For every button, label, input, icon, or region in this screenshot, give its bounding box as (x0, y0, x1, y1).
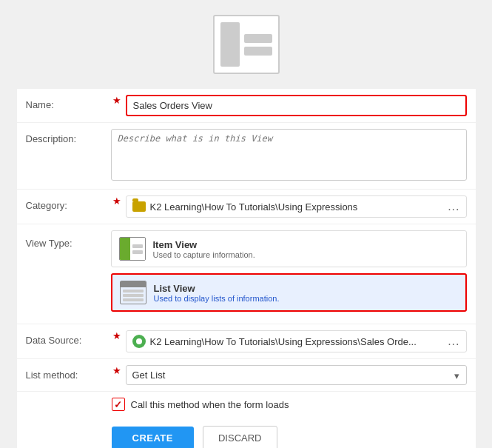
item-view-desc: Used to capture information. (153, 250, 255, 259)
description-label: Description: (26, 129, 111, 144)
call-method-checkbox[interactable]: ✓ (112, 398, 125, 411)
outer-form: Name: ★ Description: Category: ★ (17, 89, 476, 448)
view-type-row: View Type: Item View U (17, 224, 476, 324)
data-source-star: ★ (112, 330, 121, 341)
datasource-text-group: K2 Learning\How To Tutorials\Using Expre… (132, 335, 417, 348)
list-view-label: List View (154, 283, 280, 294)
item-view-bar-2 (132, 250, 143, 254)
datasource-display[interactable]: K2 Learning\How To Tutorials\Using Expre… (126, 330, 467, 352)
category-input-col: K2 Learning\How To Tutorials\Using Expre… (126, 195, 467, 218)
view-icon-box (213, 15, 280, 74)
page-container: Name: ★ Description: Category: ★ (0, 0, 492, 448)
folder-icon (132, 201, 146, 212)
list-view-row-1 (123, 290, 144, 292)
data-source-input-col: K2 Learning\How To Tutorials\Using Expre… (126, 330, 467, 352)
description-input-col (111, 129, 467, 183)
category-row: Category: ★ K2 Learning\How To Tutorials… (17, 190, 476, 224)
name-input-col (126, 95, 467, 116)
category-label: Category: (26, 195, 111, 211)
icon-left-panel (220, 22, 240, 67)
datasource-ellipsis-button[interactable]: ... (448, 335, 459, 348)
checkmark-icon: ✓ (114, 399, 122, 410)
item-view-bar-1 (132, 244, 143, 248)
category-required-star: ★ (111, 195, 126, 207)
item-view-icon-left (120, 238, 130, 260)
view-type-item-view[interactable]: Item View Used to capture information. (111, 230, 467, 267)
list-view-desc: Used to display lists of information. (154, 294, 280, 303)
data-source-required-star: ★ (111, 330, 126, 341)
description-row: Description: (17, 123, 476, 190)
view-type-list-view[interactable]: List View Used to display lists of infor… (111, 273, 467, 312)
category-text-group: K2 Learning\How To Tutorials\Using Expre… (132, 201, 358, 213)
list-method-select-wrapper: Get List ▾ (126, 365, 467, 385)
buttons-row: CREATE DISCARD (17, 417, 476, 448)
list-view-icon (120, 281, 146, 304)
form-wrapper: Name: ★ Description: Category: ★ (17, 89, 476, 448)
list-view-header (121, 281, 146, 287)
list-view-row-2 (123, 294, 144, 297)
data-source-row: Data Source: ★ K2 Learning\How To Tutori… (17, 324, 476, 359)
category-value: K2 Learning\How To Tutorials\Using Expre… (150, 201, 358, 213)
list-view-row-3 (123, 298, 144, 301)
icon-bar-2 (244, 47, 272, 56)
list-view-rows (121, 287, 146, 304)
name-row: Name: ★ (17, 89, 476, 123)
top-icon-area (213, 15, 280, 74)
list-method-star: ★ (112, 365, 121, 376)
list-method-row: List method: ★ Get List ▾ (17, 359, 476, 392)
name-required-star: ★ (111, 95, 126, 106)
name-input[interactable] (126, 95, 467, 116)
checkbox-label: Call this method when the form loads (131, 399, 289, 410)
category-star: ★ (112, 195, 121, 207)
item-view-icon-right (130, 238, 145, 260)
list-method-label: List method: (26, 365, 111, 381)
datasource-icon (132, 335, 146, 348)
list-method-select[interactable]: Get List (126, 365, 467, 385)
discard-button[interactable]: DISCARD (203, 426, 277, 448)
view-icon-inner (220, 22, 272, 67)
list-method-required-star: ★ (111, 365, 126, 376)
view-type-input-col: Item View Used to capture information. (111, 230, 467, 318)
list-method-input-col: Get List ▾ (126, 365, 467, 385)
data-source-label: Data Source: (26, 330, 111, 346)
icon-bar-1 (244, 34, 272, 43)
item-view-label: Item View (153, 239, 255, 250)
view-type-label: View Type: (26, 230, 111, 249)
item-view-icon (119, 237, 146, 261)
checkbox-row: ✓ Call this method when the form loads (17, 392, 476, 417)
list-view-text: List View Used to display lists of infor… (154, 283, 280, 303)
category-display[interactable]: K2 Learning\How To Tutorials\Using Expre… (126, 195, 467, 218)
name-label: Name: (26, 95, 111, 110)
create-button[interactable]: CREATE (112, 427, 194, 448)
datasource-value: K2 Learning\How To Tutorials\Using Expre… (150, 336, 417, 347)
item-view-text: Item View Used to capture information. (153, 239, 255, 259)
name-star: ★ (112, 95, 121, 106)
icon-right-panel (244, 22, 272, 67)
category-ellipsis-button[interactable]: ... (448, 200, 459, 213)
description-textarea[interactable] (111, 129, 467, 181)
